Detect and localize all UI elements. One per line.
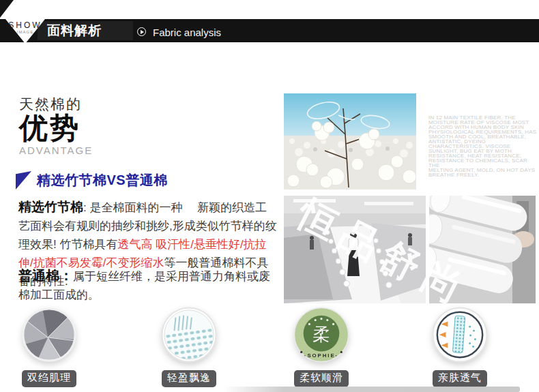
feature-label: 双绉肌理 [22, 370, 76, 387]
section-heading-row: 精选竹节棉VS普通棉 [16, 171, 168, 190]
paragraph1-lead: 精选竹节棉 [18, 200, 83, 214]
feature-soft-badge: 柔 ·SOPHIE· 柔软顺滑 [270, 307, 373, 387]
cotton-field-photo [284, 93, 416, 190]
note-line: RESISTANCE TO CHEMICALS, SCAR THE [428, 158, 539, 168]
fabric-analysis-page: SHOW IMAGE 面料解析 Fabric analysis 天然棉的 优势 … [0, 0, 539, 392]
flag-icon [16, 171, 31, 190]
advantage-line3: ADVANTAGE [19, 145, 93, 156]
feature-label: 柔软顺滑 [294, 370, 349, 387]
english-note: IN 12 MAIN TEXTILE FIBER, THE MOISTURE R… [428, 115, 539, 177]
soft-badge-icon: 柔 ·SOPHIE· [293, 307, 349, 363]
paragraph-ordinary-cotton: 普通棉：属于短丝纤维，是采用普通力角料或废棉加工面成的。 [18, 267, 278, 304]
corner-triangle [0, 0, 14, 18]
advantage-line2: 优势 [19, 114, 93, 143]
play-icon [137, 27, 146, 36]
spinning-mill-photo [284, 196, 426, 303]
header-title-box: 面料解析 [38, 21, 133, 40]
note-line: BREATHE FREELY. [428, 172, 539, 177]
paragraph2-lead: 普通棉： [18, 268, 73, 283]
play-triangle [141, 30, 144, 34]
header-title-cn: 面料解析 [47, 22, 102, 40]
feature-airy-mesh: 轻盈飘逸 [138, 307, 240, 387]
feature-label: 亲肤透气 [433, 370, 487, 387]
section-heading: 精选竹节棉VS普通棉 [37, 171, 168, 190]
feature-label: 轻盈飘逸 [162, 370, 216, 387]
feature-crepe-texture: 双绉肌理 [0, 307, 100, 387]
breathable-icon [432, 307, 488, 363]
badge-brand: ·SOPHIE· [304, 352, 338, 359]
bottom-divider-shadow [224, 387, 520, 392]
feature-breathable: 亲肤透气 [409, 307, 511, 387]
fabric-rolls-photo [429, 196, 536, 303]
advantage-title-block: 天然棉的 优势 ADVANTAGE [19, 95, 93, 156]
badge-character: 柔 [312, 325, 330, 344]
header-title-en: Fabric analysis [153, 27, 221, 38]
airy-mesh-icon [161, 307, 217, 363]
crepe-texture-icon [21, 307, 77, 363]
